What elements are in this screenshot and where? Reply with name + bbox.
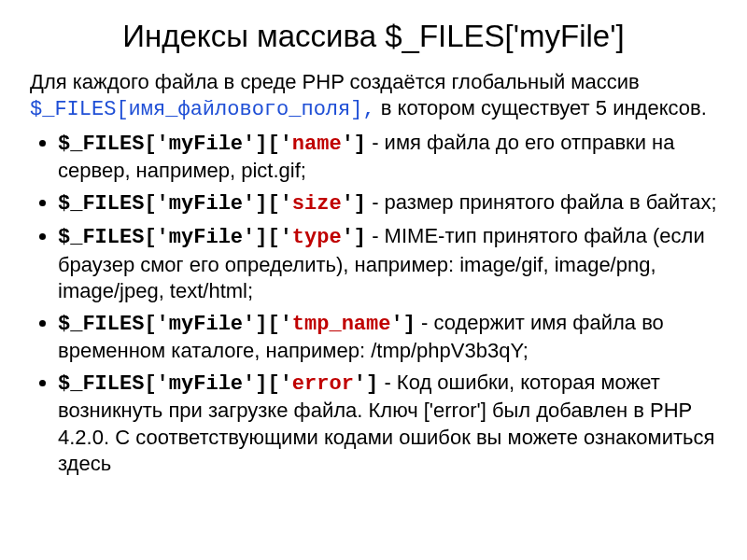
code-prefix: $_FILES['myFile'][' <box>58 226 292 249</box>
code-suffix: '] <box>342 192 366 216</box>
code-suffix: '] <box>390 313 415 336</box>
code-snippet: $_FILES['myFile']['error'] <box>58 372 378 396</box>
code-key: error <box>292 372 354 396</box>
code-snippet: $_FILES['myFile']['tmp_name'] <box>58 313 416 336</box>
code-key: name <box>292 133 342 156</box>
code-snippet: $_FILES['myFile']['type'] <box>58 226 366 249</box>
code-key: size <box>292 192 342 216</box>
code-key: tmp_name <box>292 313 391 336</box>
intro-code: $_FILES[имя_файлового_поля], <box>30 98 375 121</box>
code-suffix: '] <box>354 372 378 396</box>
code-key: type <box>292 226 342 249</box>
item-desc: - размер принятого файла в байтах; <box>366 190 716 214</box>
code-suffix: '] <box>342 226 366 249</box>
list-item: $_FILES['myFile']['type'] - MIME-тип при… <box>58 223 717 303</box>
list-item: $_FILES['myFile']['name'] - имя файла до… <box>58 130 717 184</box>
code-snippet: $_FILES['myFile']['size'] <box>58 192 366 216</box>
intro-text-2: в котором существует 5 индексов. <box>375 96 707 119</box>
list-item: $_FILES['myFile']['error'] - Код ошибки,… <box>58 370 717 477</box>
slide: Индексы массива $_FILES['myFile'] Для ка… <box>0 0 747 477</box>
list-item: $_FILES['myFile']['size'] - размер приня… <box>58 189 717 217</box>
list-item: $_FILES['myFile']['tmp_name'] - содержит… <box>58 310 717 364</box>
slide-title: Индексы массива $_FILES['myFile'] <box>30 19 717 54</box>
code-suffix: '] <box>342 133 366 156</box>
code-snippet: $_FILES['myFile']['name'] <box>58 133 366 156</box>
intro-text-1: Для каждого файла в среде PHP создаётся … <box>30 70 640 93</box>
index-list: $_FILES['myFile']['name'] - имя файла до… <box>30 130 717 477</box>
code-prefix: $_FILES['myFile'][' <box>58 192 292 216</box>
code-prefix: $_FILES['myFile'][' <box>58 372 292 396</box>
code-prefix: $_FILES['myFile'][' <box>58 133 292 156</box>
code-prefix: $_FILES['myFile'][' <box>58 313 292 336</box>
intro-paragraph: Для каждого файла в среде PHP создаётся … <box>30 69 717 122</box>
